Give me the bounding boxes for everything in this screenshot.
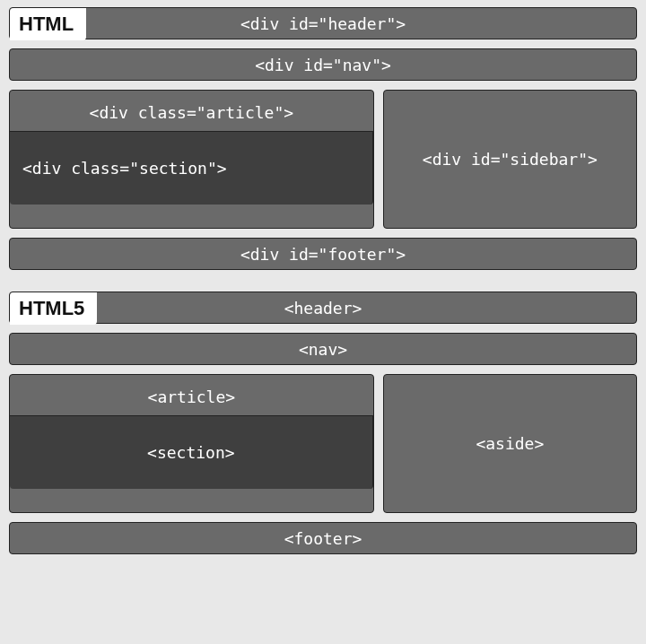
html4-content-group: <div class="article"> <div class="sectio… [9,90,637,229]
html5-footer-label: <footer> [10,529,636,548]
html4-nav-row: <div id="nav"> [9,48,637,81]
html5-footer-row: <footer> [9,522,637,554]
html4-section-label: <div class="section"> [22,159,227,178]
html4-nav-label: <div id="nav"> [10,56,636,74]
html4-article-label: <div class="article"> [19,98,364,131]
html5-title: HTML5 [19,297,84,320]
html4-section-box: <div class="section"> [10,131,373,205]
html5-header-label: <header> [10,299,636,318]
html4-sidebar-label: <div id="sidebar"> [423,150,598,169]
html4-header-label: <div id="header"> [10,14,636,33]
html5-content-group: <article> <section> <aside> [9,374,637,513]
html5-section-label: <section> [147,443,235,462]
html5-nav-row: <nav> [9,333,637,365]
html4-footer-row: <div id="footer"> [9,238,637,270]
html4-footer-label: <div id="footer"> [10,245,636,264]
html5-article-label: <article> [19,382,364,415]
html4-title-chip: HTML [10,8,86,40]
html5-article-box: <article> <section> [9,374,374,513]
html5-aside-box: <aside> [383,374,637,513]
html4-sidebar-box: <div id="sidebar"> [383,90,637,229]
html5-nav-label: <nav> [10,340,636,359]
html4-title: HTML [19,13,74,36]
html4-article-box: <div class="article"> <div class="sectio… [9,90,374,229]
html5-aside-label: <aside> [476,434,544,453]
html4-header-row: HTML <div id="header"> [9,7,637,39]
html5-header-row: HTML5 <header> [9,292,637,324]
html5-section-box: <section> [10,415,373,489]
divider [9,279,637,292]
html5-title-chip: HTML5 [10,292,97,325]
